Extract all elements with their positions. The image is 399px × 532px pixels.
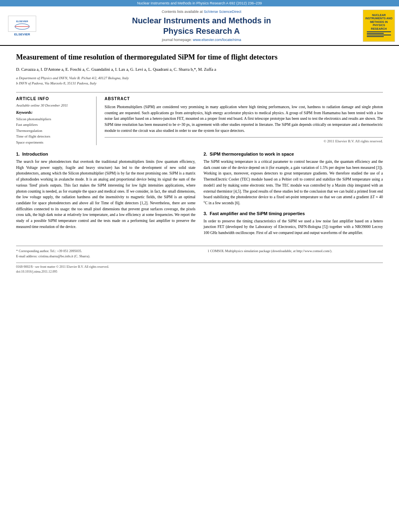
footnotes-area: * Corresponding author. Tel.: +39 051 20… bbox=[16, 246, 383, 259]
section2-text: The SiPM working temperature is a critic… bbox=[204, 159, 383, 206]
journal-title: Nuclear Instruments and Methods in Physi… bbox=[132, 15, 271, 36]
main-content: Measurement of time resolution of thermo… bbox=[0, 46, 399, 282]
journal-homepage: journal homepage: www.elsevier.com/locat… bbox=[162, 38, 241, 42]
column-left: 1. Introduction The search for new photo… bbox=[16, 152, 195, 239]
journal-homepage-link[interactable]: www.elsevier.com/locate/nima bbox=[193, 38, 241, 42]
section1-text: The search for new photodetectors that o… bbox=[16, 159, 195, 230]
article-info-panel: ARTICLE INFO Available online 30 Decembe… bbox=[16, 97, 97, 145]
article-title: Measurement of time resolution of thermo… bbox=[16, 52, 383, 62]
issn-line: 0168-9002/$ - see front matter © 2011 El… bbox=[16, 265, 109, 269]
abstract-panel: ABSTRACT Silicon Photomultipliers (SiPM)… bbox=[105, 97, 383, 145]
svg-text:ELSEVIER: ELSEVIER bbox=[16, 20, 28, 23]
journal-top-bar: Nuclear Instruments and Methods in Physi… bbox=[0, 0, 399, 6]
footer-left: 0168-9002/$ - see front matter © 2011 El… bbox=[16, 265, 109, 274]
section3-heading: 3. Fast amplifier and the SiPM timing pr… bbox=[204, 211, 383, 216]
doi-line: doi:10.1016/j.nima.2011.12.095 bbox=[16, 269, 109, 274]
contents-available-text: Contents lists available at bbox=[162, 10, 204, 14]
authors-line: D. Cavazza a, I. D'Antone a, E. Foschi a… bbox=[16, 66, 383, 73]
copyright-line: © 2011 Elsevier B.V. All rights reserved… bbox=[105, 137, 383, 143]
sciverse-line: Contents lists available at SciVerse Sci… bbox=[162, 10, 241, 14]
article-info-row: ARTICLE INFO Available online 30 Decembe… bbox=[16, 92, 383, 145]
keyword-1: Silicon photomultipliers bbox=[16, 116, 90, 122]
abstract-text: Silicon Photomultipliers (SiPM) are cons… bbox=[105, 104, 383, 134]
sciverse-link[interactable]: SciVerse ScienceDirect bbox=[204, 10, 242, 14]
publisher-logo-area: ELSEVIER ELSEVIER bbox=[4, 10, 40, 42]
section1-heading: 1. Introduction bbox=[16, 152, 195, 156]
footnote-left: * Corresponding author. Tel.: +39 051 20… bbox=[16, 249, 191, 259]
keywords-label: Keywords: bbox=[16, 111, 90, 115]
footnote1: 1 COMSOL Multiphysics simulation package… bbox=[208, 249, 383, 254]
journal-header: ELSEVIER ELSEVIER Contents lists availab… bbox=[0, 6, 399, 46]
elsevier-logo: ELSEVIER bbox=[8, 16, 36, 32]
column-right: 2. SiPM thermoregulation to work in spac… bbox=[204, 152, 383, 239]
keyword-4: Time of flight detectors bbox=[16, 134, 90, 139]
keyword-3: Thermoregulation bbox=[16, 128, 90, 134]
abstract-heading: ABSTRACT bbox=[105, 97, 383, 101]
corresponding-author-note: * Corresponding author. Tel.: +39 051 20… bbox=[16, 249, 191, 254]
keywords-list: Silicon photomultipliers Fast amplifiers… bbox=[16, 116, 90, 145]
thumb-decoration bbox=[367, 31, 391, 38]
section3-text: In order to preserve the timing characte… bbox=[204, 218, 383, 236]
article-info-heading: ARTICLE INFO bbox=[16, 97, 90, 101]
body-columns: 1. Introduction The search for new photo… bbox=[16, 152, 383, 239]
journal-title-area: Contents lists available at SciVerse Sci… bbox=[44, 10, 359, 42]
affiliation-a: a Department of Physics and INFN, Viale … bbox=[16, 76, 383, 81]
footnote-right: 1 COMSOL Multiphysics simulation package… bbox=[208, 249, 383, 259]
section2-heading: 2. SiPM thermoregulation to work in spac… bbox=[204, 152, 383, 156]
keyword-2: Fast amplifiers bbox=[16, 122, 90, 127]
journal-thumbnail: NUCLEAR INSTRUMENTS AND METHODS IN PHYSI… bbox=[363, 10, 395, 42]
email-note: E-mail address: cristina.sbarra@bo.infn.… bbox=[16, 254, 191, 259]
footer-bar: 0168-9002/$ - see front matter © 2011 El… bbox=[16, 263, 383, 274]
affiliations: a Department of Physics and INFN, Viale … bbox=[16, 76, 383, 86]
journal-citation: Nuclear Instruments and Methods in Physi… bbox=[137, 1, 262, 5]
affiliation-b: b INFN of Padova, Via Marzolo 8, 35131 P… bbox=[16, 81, 383, 86]
available-online: Available online 30 December 2011 bbox=[16, 103, 90, 107]
keyword-5: Space experiments bbox=[16, 140, 90, 145]
thumb-title: NUCLEAR INSTRUMENTS AND METHODS IN PHYSI… bbox=[365, 14, 393, 31]
elsevier-text: ELSEVIER bbox=[14, 33, 30, 36]
